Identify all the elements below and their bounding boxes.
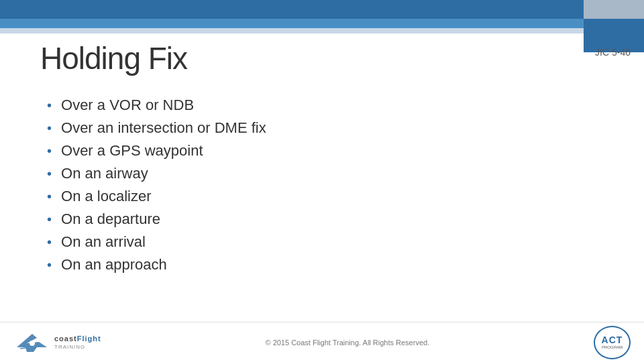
coast-logo-name: coastFlight xyxy=(54,335,101,343)
bullet-list: Over a VOR or NDBOver an intersection or… xyxy=(47,97,631,274)
second-bar xyxy=(0,19,584,28)
title-row: Holding Fix JIC 5-40 xyxy=(40,40,631,76)
act-logo-text: ACT xyxy=(602,335,623,345)
svg-point-1 xyxy=(30,341,35,346)
coast-flight-logo: coastFlight TRAINING xyxy=(13,328,101,357)
footer: coastFlight TRAINING © 2015 Coast Flight… xyxy=(0,322,644,362)
bullet-item-2: Over a GPS waypoint xyxy=(47,142,631,160)
top-bar xyxy=(0,0,584,19)
coast-logo-svg xyxy=(13,328,50,357)
bullet-item-4: On a localizer xyxy=(47,188,631,205)
act-logo-sub: PROGRAM xyxy=(602,345,623,350)
top-bar-accent xyxy=(584,0,644,19)
second-bar-light xyxy=(0,28,584,34)
bullet-item-1: Over an intersection or DME fix xyxy=(47,119,631,137)
coast-logo-sub: TRAINING xyxy=(54,344,101,350)
main-content: Holding Fix JIC 5-40 Over a VOR or NDBOv… xyxy=(40,40,631,322)
slide-title: Holding Fix xyxy=(40,40,187,76)
bullet-item-5: On a departure xyxy=(47,210,631,228)
bullet-item-3: On an airway xyxy=(47,165,631,182)
bullet-item-6: On an arrival xyxy=(47,233,631,251)
act-logo: ACT PROGRAM xyxy=(594,326,631,359)
coast-logo-text-block: coastFlight TRAINING xyxy=(54,335,101,349)
bullet-item-0: Over a VOR or NDB xyxy=(47,97,631,114)
footer-copyright: © 2015 Coast Flight Training. All Rights… xyxy=(265,339,429,347)
jic-label: JIC 5-40 xyxy=(595,47,631,58)
bullet-item-7: On an approach xyxy=(47,256,631,274)
footer-left: coastFlight TRAINING xyxy=(13,328,101,357)
